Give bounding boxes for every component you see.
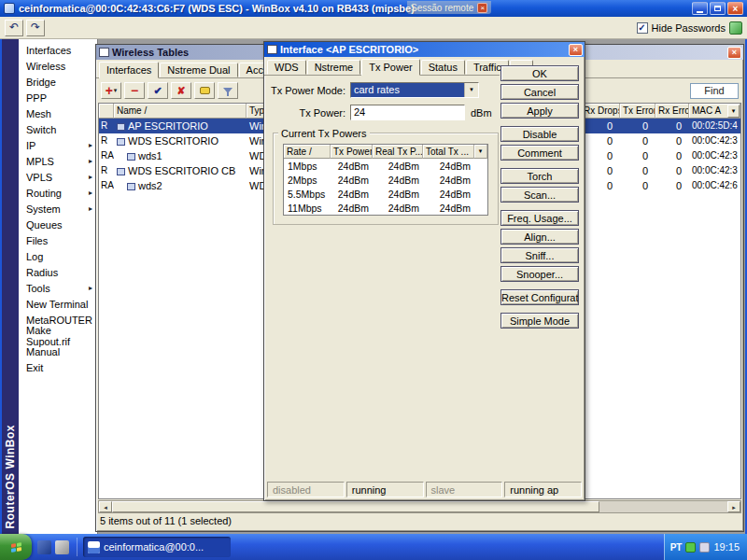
dialog-button-comment[interactable]: Comment [500, 145, 579, 161]
tx-table-row[interactable]: 11Mbps24dBm24dBm24dBm [284, 201, 487, 215]
sidebar-item-ppp[interactable]: PPP [19, 90, 97, 105]
comment-button[interactable] [194, 82, 215, 99]
column-menu-button[interactable]: ▾ [727, 105, 740, 118]
col-rx-errors[interactable]: Rx Errors [655, 104, 689, 119]
sidebar-item-label: Files [26, 235, 48, 246]
row-mac: 00:02:5D:4 [689, 119, 740, 133]
dialog-button-apply[interactable]: Apply [500, 103, 579, 119]
sidebar-item-files[interactable]: Files [19, 232, 97, 248]
maximize-button[interactable] [710, 2, 726, 15]
language-indicator[interactable]: PT [670, 542, 683, 553]
find-button[interactable]: Find [690, 83, 739, 99]
start-button[interactable] [0, 534, 32, 560]
scrollbar-track[interactable] [599, 501, 727, 512]
col-tx-errors[interactable]: Tx Errors [620, 104, 655, 119]
sidebar-item-tools[interactable]: Tools▸ [19, 280, 97, 296]
tx-power-input[interactable]: 24 [350, 105, 465, 120]
window-titlebar[interactable]: ceinformatica@00:0C:42:43:C6:F7 (WDS ESC… [0, 0, 747, 17]
sidebar-item-system[interactable]: System▸ [19, 201, 97, 217]
row-mac: 00:0C:42:3 [689, 163, 740, 178]
dialog-tab-tx-power[interactable]: Tx Power [361, 59, 419, 76]
sidebar-item-bridge[interactable]: Bridge [19, 74, 97, 90]
close-button[interactable]: × [727, 2, 743, 15]
dropdown-arrow-icon[interactable]: ▼ [464, 83, 478, 97]
tx-row-pad [474, 173, 487, 187]
scroll-right-button[interactable]: ▸ [727, 501, 740, 512]
tx-real-power: 24dBm [373, 173, 423, 187]
dialog-tab-status[interactable]: Status [421, 60, 465, 75]
tx-power-mode-select[interactable]: card rates ▼ [350, 82, 479, 98]
sidebar-item-exit[interactable]: Exit [19, 359, 97, 375]
scroll-left-button[interactable]: ◂ [99, 501, 112, 512]
dialog-button-snooper[interactable]: Snooper... [500, 266, 579, 282]
quick-launch-icon-1[interactable] [37, 540, 51, 554]
sidebar-item-mpls[interactable]: MPLS▸ [19, 153, 97, 169]
dialog-tab-nstreme[interactable]: Nstreme [307, 60, 361, 75]
dialog-button-reset-configuration[interactable]: Reset Configuration [500, 289, 579, 305]
sidebar-item-new-terminal[interactable]: New Terminal [19, 296, 97, 312]
tx-col-total-tx[interactable]: Total Tx ... [423, 145, 474, 159]
sidebar-item-switch[interactable]: Switch [19, 121, 97, 137]
dialog-button-ok[interactable]: OK [500, 65, 579, 81]
dialog-titlebar[interactable]: Interface <AP ESCRITORIO> × [264, 42, 585, 57]
dialog-button-scan[interactable]: Scan... [500, 187, 579, 203]
hide-passwords-checkbox[interactable]: ✓ [637, 22, 648, 34]
minimize-button[interactable] [692, 2, 708, 15]
dialog-button-freq-usage[interactable]: Freq. Usage... [500, 210, 579, 226]
tx-col-tx-power[interactable]: Tx Power [331, 145, 373, 159]
tab-interfaces[interactable]: Interfaces [99, 62, 159, 78]
dialog-button-cancel[interactable]: Cancel [500, 84, 579, 100]
tab-nstreme-dual[interactable]: Nstreme Dual [160, 63, 237, 77]
sidebar-item-vpls[interactable]: VPLS▸ [19, 169, 97, 185]
dialog-button-simple-mode[interactable]: Simple Mode [500, 313, 579, 329]
sidebar-item-make-supout-rif[interactable]: Make Supout.rif [19, 328, 97, 343]
remove-button[interactable]: − [124, 82, 145, 99]
quick-launch-icon-2[interactable] [55, 540, 69, 554]
col-rx-drops[interactable]: Rx Drops [581, 104, 620, 119]
tx-table-row[interactable]: 5.5Mbps24dBm24dBm24dBm [284, 187, 487, 201]
chevron-down-icon: ▾ [114, 87, 118, 94]
sidebar-item-log[interactable]: Log [19, 248, 97, 264]
sidebar-item-label: Exit [26, 362, 43, 373]
wireless-close-button[interactable]: × [727, 47, 741, 59]
sidebar-item-queues[interactable]: Queues [19, 217, 97, 232]
sidebar-item-wireless[interactable]: Wireless [19, 58, 97, 74]
dialog-button-disable[interactable]: Disable [500, 126, 579, 142]
disable-button[interactable]: ✘ [171, 82, 191, 99]
sidebar-item-interfaces[interactable]: Interfaces [19, 42, 97, 58]
sidebar: InterfacesWirelessBridgePPPMeshSwitchIP▸… [19, 39, 98, 534]
tx-table-row[interactable]: 2Mbps24dBm24dBm24dBm [284, 173, 487, 187]
tray-icon-2[interactable] [699, 542, 710, 553]
enable-button[interactable]: ✔ [148, 82, 168, 99]
dialog-button-sniff[interactable]: Sniff... [500, 247, 579, 263]
sidebar-item-mesh[interactable]: Mesh [19, 105, 97, 121]
dialog-button-torch[interactable]: Torch [500, 168, 579, 184]
col-name[interactable]: Name / [114, 104, 247, 119]
minus-icon: − [131, 84, 138, 97]
add-button[interactable]: +▾ [101, 82, 121, 99]
tx-col-rate[interactable]: Rate / [284, 145, 331, 159]
horizontal-scrollbar[interactable]: ◂ ▸ [98, 500, 741, 513]
redo-button[interactable]: ↷ [26, 20, 45, 36]
dialog-button-align[interactable]: Align... [500, 229, 579, 245]
tx-table-row[interactable]: 1Mbps24dBm24dBm24dBm [284, 159, 487, 173]
undo-button[interactable]: ↶ [5, 20, 23, 36]
interface-icon [127, 183, 135, 190]
filter-button[interactable] [218, 82, 238, 99]
scrollbar-thumb[interactable] [112, 501, 599, 512]
col-flags[interactable] [99, 104, 114, 119]
remote-close-icon[interactable]: × [477, 3, 487, 13]
submenu-arrow-icon: ▸ [89, 284, 92, 292]
quick-launch [32, 540, 75, 554]
dialog-close-button[interactable]: × [569, 44, 583, 56]
sidebar-item-routing[interactable]: Routing▸ [19, 185, 97, 201]
tx-column-menu-button[interactable]: ▾ [474, 145, 487, 159]
plus-icon: + [106, 84, 113, 97]
sidebar-item-radius[interactable]: Radius [19, 264, 97, 280]
sidebar-item-ip[interactable]: IP▸ [19, 137, 97, 153]
tray-icon-1[interactable] [685, 542, 696, 553]
row-mac: 00:0C:42:3 [689, 148, 740, 163]
dialog-tab-wds[interactable]: WDS [267, 60, 306, 75]
taskbar-window-button[interactable]: ceinformatica@00:0... [83, 537, 231, 557]
tx-col-real-tx-p[interactable]: Real Tx P... [373, 145, 423, 159]
